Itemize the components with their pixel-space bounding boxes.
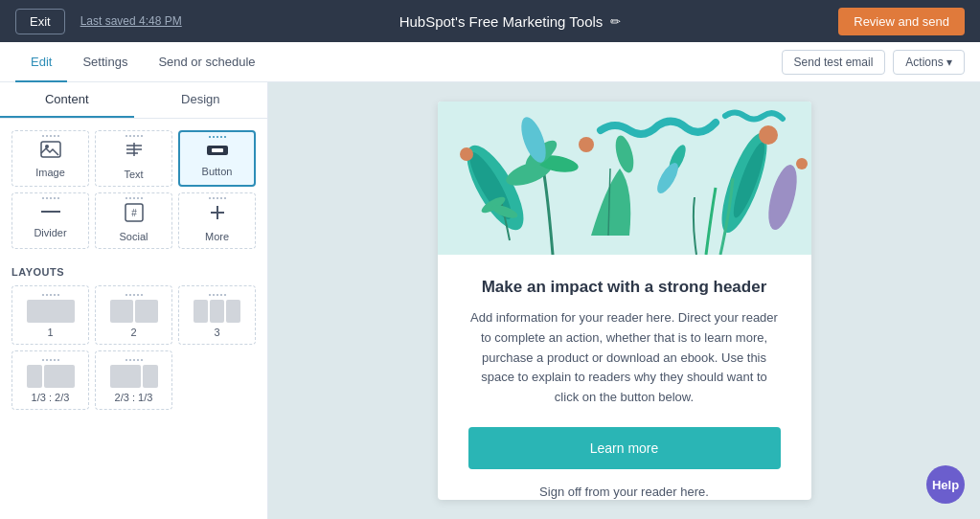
tab-actions: Send test email Actions ▾ bbox=[782, 50, 965, 75]
email-body: Make an impact with a strong header Add … bbox=[438, 255, 811, 500]
top-bar: Exit Last saved 4:48 PM HubSpot's Free M… bbox=[0, 0, 980, 42]
content-items-section: Image Text bbox=[0, 119, 267, 257]
content-item-image[interactable]: Image bbox=[11, 130, 89, 187]
layouts-grid: 1 2 3 bbox=[0, 285, 267, 421]
layout-1-3-2-3[interactable]: 1/3 : 2/3 bbox=[11, 350, 89, 410]
email-body-text: Add information for your reader here. Di… bbox=[468, 308, 781, 408]
sidebar-tabs: Content Design bbox=[0, 82, 267, 119]
email-cta-button[interactable]: Learn more bbox=[468, 427, 781, 469]
email-preview: Make an impact with a strong header Add … bbox=[438, 102, 811, 500]
text-icon bbox=[125, 141, 144, 165]
tab-edit[interactable]: Edit bbox=[15, 43, 67, 82]
content-item-divider[interactable]: Divider bbox=[11, 192, 89, 249]
svg-point-27 bbox=[460, 147, 473, 161]
divider-label: Divider bbox=[34, 227, 66, 238]
sidebar-tab-content[interactable]: Content bbox=[0, 82, 134, 118]
social-label: Social bbox=[120, 231, 148, 242]
email-canvas: Make an impact with a strong header Add … bbox=[268, 82, 980, 519]
layout-2-3-1-3[interactable]: 2/3 : 1/3 bbox=[95, 350, 172, 410]
text-label: Text bbox=[124, 169, 143, 180]
review-send-button[interactable]: Review and send bbox=[838, 8, 965, 35]
content-item-social[interactable]: # Social bbox=[95, 192, 172, 249]
actions-dropdown-button[interactable]: Actions ▾ bbox=[893, 50, 965, 75]
svg-point-24 bbox=[579, 137, 594, 152]
content-item-button[interactable]: Button bbox=[178, 130, 256, 187]
exit-button[interactable]: Exit bbox=[15, 9, 65, 34]
tab-send-schedule[interactable]: Send or schedule bbox=[143, 43, 270, 82]
more-icon bbox=[208, 203, 227, 227]
svg-point-25 bbox=[759, 125, 778, 145]
svg-point-26 bbox=[796, 158, 808, 169]
main-tabs: Edit Settings Send or schedule bbox=[15, 43, 271, 81]
content-item-more[interactable]: More bbox=[178, 192, 256, 249]
layout-2-col[interactable]: 2 bbox=[95, 285, 172, 345]
email-header-image bbox=[438, 102, 811, 255]
layouts-section-label: LAYOUTS bbox=[0, 266, 267, 278]
svg-text:#: # bbox=[131, 208, 137, 218]
help-button[interactable]: Help bbox=[926, 465, 965, 504]
sidebar-tab-design[interactable]: Design bbox=[134, 82, 268, 118]
image-label: Image bbox=[35, 167, 65, 178]
sidebar: Content Design Image bbox=[0, 82, 268, 519]
social-icon: # bbox=[125, 203, 144, 227]
email-headline: Make an impact with a strong header bbox=[468, 278, 781, 297]
email-signoff: Sign off from your reader here. The Comp… bbox=[468, 485, 781, 500]
more-label: More bbox=[205, 231, 229, 242]
layout-1-col[interactable]: 1 bbox=[11, 285, 89, 345]
content-item-text[interactable]: Text bbox=[95, 130, 172, 187]
main-content: Content Design Image bbox=[0, 82, 980, 519]
document-title: HubSpot's Free Marketing Tools ✏ bbox=[399, 13, 622, 30]
button-icon bbox=[206, 142, 229, 162]
tab-bar: Edit Settings Send or schedule Send test… bbox=[0, 42, 980, 82]
divider-icon bbox=[41, 203, 60, 223]
last-saved-text[interactable]: Last saved 4:48 PM bbox=[80, 14, 182, 28]
button-label: Button bbox=[202, 166, 233, 177]
content-grid: Image Text bbox=[11, 130, 256, 249]
tab-settings[interactable]: Settings bbox=[67, 43, 143, 82]
edit-title-icon[interactable]: ✏ bbox=[610, 14, 621, 29]
layout-3-col[interactable]: 3 bbox=[178, 285, 256, 345]
send-test-email-button[interactable]: Send test email bbox=[782, 50, 886, 75]
image-icon bbox=[40, 141, 61, 163]
svg-rect-7 bbox=[212, 148, 223, 152]
